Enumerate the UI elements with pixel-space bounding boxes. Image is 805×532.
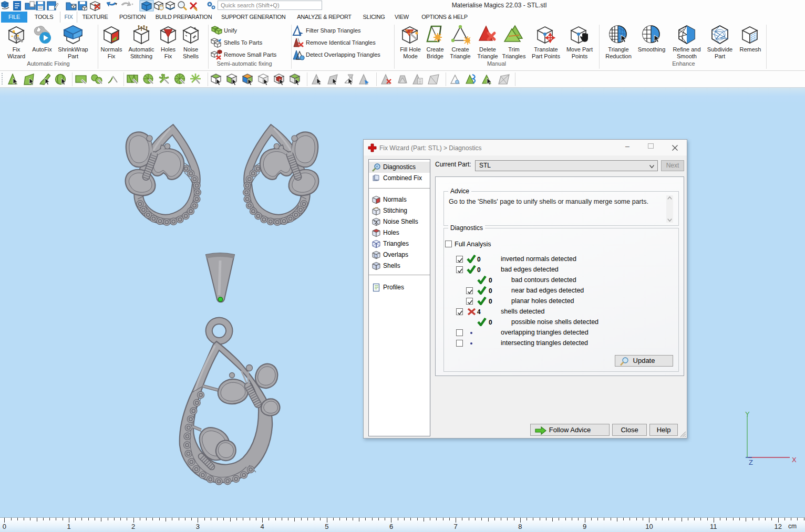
svg-text:Z: Z — [749, 458, 753, 466]
svg-text:X: X — [792, 456, 797, 464]
svg-text:Y: Y — [745, 411, 750, 418]
